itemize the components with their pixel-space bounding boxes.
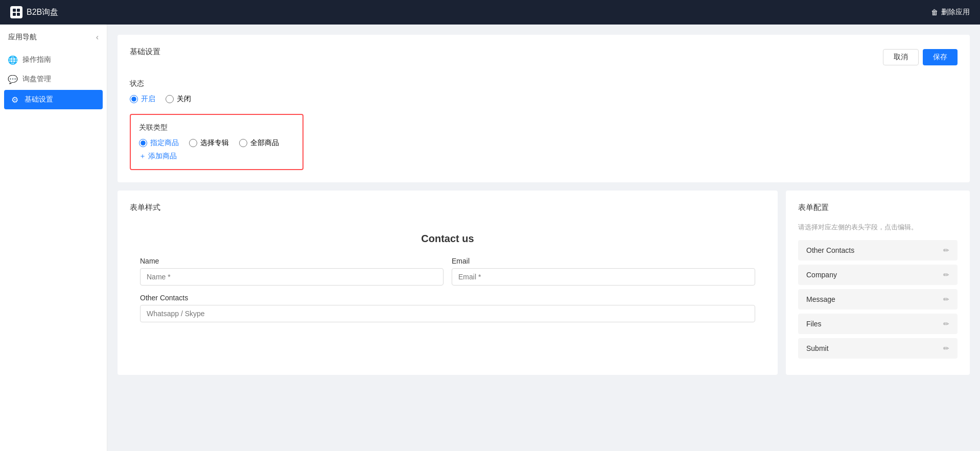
status-off-radio[interactable] (166, 95, 174, 103)
delete-app-button[interactable]: 🗑 删除应用 (931, 8, 970, 17)
edit-icon-company: ✏ (943, 271, 949, 279)
settings-icon: ⚙ (10, 95, 19, 104)
config-item-message[interactable]: Message ✏ (798, 289, 958, 310)
sidebar-header: 应用导航 ‹ (0, 33, 107, 50)
sidebar-item-inquiry-label: 询盘管理 (22, 75, 51, 84)
status-on-radio[interactable] (130, 95, 138, 103)
sidebar: 应用导航 ‹ 🌐 操作指南 💬 询盘管理 ⚙ 基础设置 (0, 25, 107, 451)
form-style-card: 表单样式 Contact us Name Email (118, 191, 778, 375)
status-off-option[interactable]: 关闭 (166, 94, 191, 104)
contact-form-heading: Contact us (140, 233, 755, 245)
status-on-option[interactable]: 开启 (130, 94, 155, 104)
other-contacts-group: Other Contacts (140, 294, 755, 322)
config-item-submit[interactable]: Submit ✏ (798, 338, 958, 359)
status-on-label: 开启 (141, 94, 155, 104)
sidebar-item-guide-label: 操作指南 (22, 55, 51, 64)
status-section: 状态 开启 关闭 (130, 79, 958, 104)
basic-settings-header: 基础设置 取消 保存 (130, 47, 958, 67)
edit-icon-submit: ✏ (943, 344, 949, 352)
basic-settings-title: 基础设置 (130, 47, 160, 57)
svg-rect-0 (13, 9, 16, 12)
collapse-icon[interactable]: ‹ (96, 33, 99, 42)
config-item-submit-label: Submit (806, 344, 829, 352)
name-group: Name (140, 257, 444, 286)
assoc-type-box: 关联类型 指定商品 选择专辑 全部商品 ＋ (130, 114, 304, 170)
status-radio-group: 开启 关闭 (130, 94, 958, 104)
assoc-specific-label: 指定商品 (150, 138, 179, 148)
sidebar-item-settings-label: 基础设置 (25, 95, 53, 104)
assoc-album-label: 选择专辑 (200, 138, 229, 148)
svg-rect-2 (13, 13, 16, 16)
svg-rect-3 (17, 13, 20, 16)
plus-icon: ＋ (139, 152, 146, 161)
app-title: B2B询盘 (27, 7, 58, 18)
add-product-button[interactable]: ＋ 添加商品 (139, 152, 294, 161)
main-content: 基础设置 取消 保存 状态 开启 关闭 (107, 25, 980, 451)
sidebar-item-settings[interactable]: ⚙ 基础设置 (4, 90, 103, 109)
edit-icon-other-contacts: ✏ (943, 246, 949, 254)
edit-icon-message: ✏ (943, 295, 949, 303)
config-item-other-contacts[interactable]: Other Contacts ✏ (798, 240, 958, 260)
config-hint: 请选择对应左侧的表头字段，点击编辑。 (798, 223, 958, 232)
contact-form-preview: Contact us Name Email Other Contacts (130, 223, 765, 341)
edit-icon-files: ✏ (943, 320, 949, 328)
assoc-radio-group: 指定商品 选择专辑 全部商品 (139, 138, 294, 148)
save-button[interactable]: 保存 (923, 49, 958, 65)
assoc-all-option[interactable]: 全部商品 (239, 138, 279, 148)
card-actions: 取消 保存 (883, 49, 958, 65)
trash-icon: 🗑 (931, 8, 938, 16)
form-config-card: 表单配置 请选择对应左侧的表头字段，点击编辑。 Other Contacts ✏… (786, 191, 970, 375)
assoc-album-radio[interactable] (189, 139, 197, 147)
basic-settings-card: 基础设置 取消 保存 状态 开启 关闭 (118, 35, 970, 182)
sidebar-title: 应用导航 (8, 33, 37, 42)
bottom-section: 表单样式 Contact us Name Email (118, 191, 970, 375)
email-input[interactable] (452, 268, 755, 286)
email-label: Email (452, 257, 755, 265)
assoc-album-option[interactable]: 选择专辑 (189, 138, 229, 148)
config-item-company[interactable]: Company ✏ (798, 265, 958, 285)
logo-icon (10, 6, 22, 18)
config-item-company-label: Company (806, 271, 837, 279)
assoc-specific-option[interactable]: 指定商品 (139, 138, 179, 148)
other-contacts-input[interactable] (140, 305, 755, 322)
app-logo: B2B询盘 (10, 6, 58, 18)
status-label: 状态 (130, 79, 958, 88)
assoc-all-label: 全部商品 (250, 138, 279, 148)
cancel-button[interactable]: 取消 (883, 49, 919, 65)
config-item-files-label: Files (806, 320, 822, 328)
status-off-label: 关闭 (177, 94, 191, 104)
name-email-row: Name Email (140, 257, 755, 286)
delete-app-label: 删除应用 (941, 8, 970, 17)
config-item-other-contacts-label: Other Contacts (806, 246, 854, 254)
email-group: Email (452, 257, 755, 286)
assoc-specific-radio[interactable] (139, 139, 147, 147)
form-config-title: 表单配置 (798, 203, 958, 212)
name-label: Name (140, 257, 444, 265)
assoc-all-radio[interactable] (239, 139, 247, 147)
guide-icon: 🌐 (8, 55, 17, 64)
config-item-files[interactable]: Files ✏ (798, 314, 958, 334)
main-layout: 应用导航 ‹ 🌐 操作指南 💬 询盘管理 ⚙ 基础设置 基础设置 取消 保存 (0, 25, 980, 451)
form-style-title: 表单样式 (130, 203, 765, 212)
sidebar-item-guide[interactable]: 🌐 操作指南 (0, 50, 107, 69)
assoc-type-title: 关联类型 (139, 123, 294, 132)
other-contacts-label: Other Contacts (140, 294, 755, 302)
name-input[interactable] (140, 268, 444, 286)
add-product-label: 添加商品 (148, 152, 177, 161)
inquiry-icon: 💬 (8, 75, 17, 84)
config-item-message-label: Message (806, 295, 835, 303)
svg-rect-1 (17, 9, 20, 12)
sidebar-item-inquiry[interactable]: 💬 询盘管理 (0, 69, 107, 89)
top-nav: B2B询盘 🗑 删除应用 (0, 0, 980, 25)
